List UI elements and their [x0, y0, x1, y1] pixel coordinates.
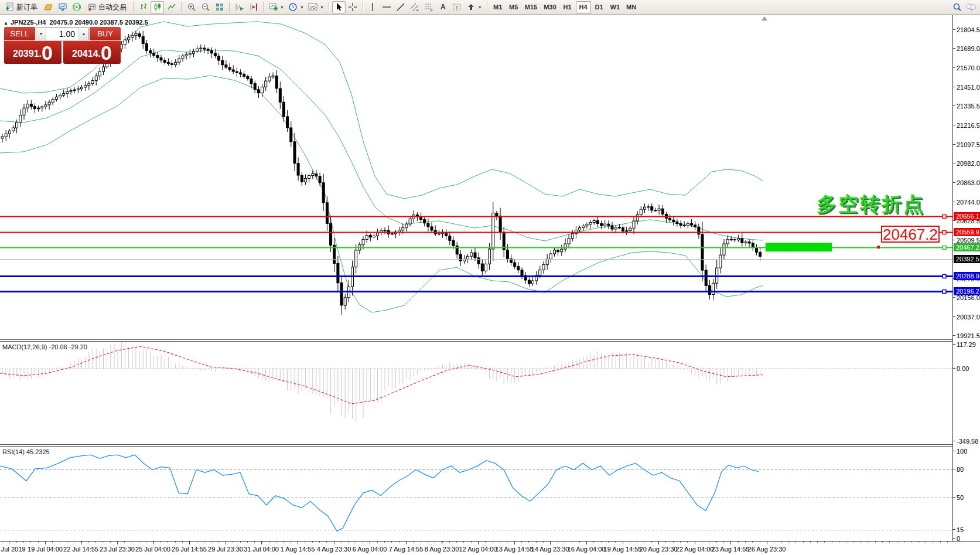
time-minor-tick: [153, 542, 154, 543]
svg-text:T: T: [456, 5, 459, 10]
time-axis-label: 25 Jul 04:00: [135, 546, 170, 553]
chart-symbol: JPN225-,H4: [11, 19, 46, 26]
time-major-tick: [550, 542, 551, 544]
volume-input[interactable]: [46, 28, 78, 40]
vertical-line-button[interactable]: [366, 1, 380, 13]
time-minor-tick: [103, 542, 103, 543]
timeframe-M1[interactable]: M1: [490, 1, 506, 13]
fibonacci-button[interactable]: F: [422, 1, 436, 13]
scale-tick: 21804.5: [953, 26, 980, 34]
tile-windows-button[interactable]: [213, 1, 226, 13]
scale-tick: 0.00: [953, 365, 980, 373]
chart-shift-marker-icon[interactable]: [762, 16, 767, 21]
time-minor-tick: [493, 542, 493, 543]
horizontal-line-button[interactable]: [380, 1, 394, 13]
time-minor-tick: [276, 542, 276, 543]
buy-price-button[interactable]: 20414.0: [63, 41, 121, 64]
candlestick-chart-button[interactable]: [151, 1, 164, 13]
sell-button[interactable]: SELL: [4, 27, 35, 40]
rsi-indicator-pane[interactable]: [0, 447, 952, 541]
text-button[interactable]: A: [436, 1, 450, 13]
scale-tick: 21216.5: [953, 121, 980, 130]
profiles-button[interactable]: [42, 1, 55, 13]
arrows-icon: [466, 2, 476, 12]
time-major-tick: [478, 542, 479, 544]
toolbar-separator: [487, 2, 487, 12]
time-minor-tick: [305, 542, 305, 543]
price-scale[interactable]: 21804.521689.021570.021451.021335.521216…: [952, 15, 980, 541]
turning-point-annotation[interactable]: 多空转折点: [817, 191, 925, 218]
zoom-in-button[interactable]: [185, 1, 198, 13]
line-chart-button[interactable]: [165, 1, 178, 13]
periods-button[interactable]: ▼: [286, 1, 306, 13]
timeframe-D1[interactable]: D1: [592, 1, 607, 13]
main-chart-area[interactable]: [0, 15, 952, 339]
time-minor-tick: [341, 542, 342, 543]
line-end-marker[interactable]: [943, 215, 946, 219]
chart-ohlc-values: 20475.0 20490.0 20387.5 20392.5: [50, 19, 148, 26]
time-major-tick: [226, 542, 226, 544]
time-axis[interactable]: 17 Jul 201919 Jul 04:0022 Jul 14:5523 Ju…: [0, 541, 980, 555]
time-axis-label: 22 Aug 04:00: [676, 546, 714, 553]
timeframe-H1[interactable]: H1: [560, 1, 575, 13]
sell-price-button[interactable]: 20391.0: [4, 41, 62, 64]
profiles-icon: [44, 2, 53, 12]
time-minor-tick: [911, 542, 911, 543]
time-minor-tick: [810, 542, 811, 543]
volume-decrease-button[interactable]: ▼: [36, 28, 46, 40]
time-minor-tick: [356, 542, 356, 543]
buy-button[interactable]: BUY: [90, 27, 121, 40]
macd-name: MACD(12,26,9): [2, 343, 47, 350]
price-level-label: 20196.2: [954, 287, 980, 295]
volume-increase-button[interactable]: ▲: [78, 28, 88, 40]
price-level-label: 20288.9: [954, 272, 980, 280]
templates-button[interactable]: ▼: [306, 1, 326, 13]
chat-button[interactable]: [964, 1, 978, 13]
time-major-tick: [658, 542, 659, 544]
time-minor-tick: [897, 542, 897, 543]
bar-chart-button[interactable]: [136, 1, 150, 13]
line-end-marker[interactable]: [943, 290, 946, 294]
zoom-out-button[interactable]: [199, 1, 212, 13]
templates-icon: [308, 2, 317, 12]
timeframe-M30[interactable]: M30: [541, 1, 559, 13]
arrows-button[interactable]: ▼: [465, 1, 484, 13]
time-major-tick: [45, 542, 46, 544]
timeframe-W1[interactable]: W1: [607, 1, 623, 13]
trendline-button[interactable]: [394, 1, 408, 13]
one-click-collapse-icon[interactable]: ▲: [4, 21, 8, 26]
bollinger-bb_mid: [0, 50, 763, 241]
line-end-marker[interactable]: [943, 246, 946, 250]
dropdown-caret-icon: ▼: [478, 5, 482, 9]
sell-price-pips: 0: [42, 43, 53, 63]
timeframe-H4[interactable]: H4: [576, 1, 591, 13]
time-minor-tick: [211, 542, 211, 543]
price-callout-label[interactable]: 20467.2: [881, 226, 940, 243]
time-minor-tick: [926, 542, 926, 543]
timeframe-M5[interactable]: M5: [506, 1, 521, 13]
line-end-marker[interactable]: [943, 275, 946, 278]
text-label-button[interactable]: T: [450, 1, 464, 13]
timeframe-M15[interactable]: M15: [522, 1, 540, 13]
rsi-line: [0, 455, 759, 531]
new-chart-button[interactable]: ▼: [267, 1, 286, 13]
auto-scroll-button[interactable]: [233, 1, 246, 13]
signals-button[interactable]: [70, 1, 83, 13]
crosshair-button[interactable]: [346, 1, 360, 13]
timeframe-MN[interactable]: MN: [623, 1, 639, 13]
market-watch-button[interactable]: [56, 1, 69, 13]
time-minor-tick: [875, 542, 876, 543]
search-button[interactable]: [950, 1, 964, 13]
fibonacci-icon: F: [424, 2, 433, 12]
cursor-button[interactable]: [332, 1, 346, 13]
autotrading-button[interactable]: 自动交易: [84, 1, 130, 13]
toolbar: 新订单 自动交易 ▼ ▼: [0, 0, 980, 15]
new-order-button[interactable]: 新订单: [2, 1, 41, 13]
macd-indicator-pane[interactable]: [0, 342, 952, 444]
highlight-rectangle[interactable]: [766, 243, 832, 251]
line-end-marker[interactable]: [943, 231, 946, 234]
equidistant-channel-button[interactable]: E: [408, 1, 422, 13]
line-chart-icon: [167, 2, 176, 12]
time-minor-tick: [687, 542, 688, 543]
chart-shift-button[interactable]: [247, 1, 260, 13]
